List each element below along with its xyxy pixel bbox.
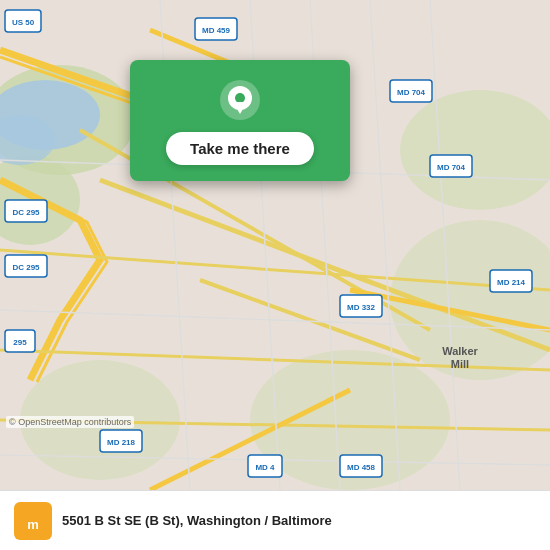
svg-text:MD 458: MD 458 bbox=[347, 463, 376, 472]
svg-text:MD 704: MD 704 bbox=[397, 88, 426, 97]
svg-text:MD 214: MD 214 bbox=[497, 278, 526, 287]
footer-address: 5501 B St SE (B St), Washington / Baltim… bbox=[62, 513, 536, 528]
svg-text:MD 218: MD 218 bbox=[107, 438, 136, 447]
location-popup: Take me there bbox=[130, 60, 350, 181]
footer-bar: m 5501 B St SE (B St), Washington / Balt… bbox=[0, 490, 550, 550]
svg-text:m: m bbox=[27, 517, 39, 532]
footer-text-block: 5501 B St SE (B St), Washington / Baltim… bbox=[62, 513, 536, 528]
svg-text:DC 295: DC 295 bbox=[12, 208, 40, 217]
svg-text:MD 332: MD 332 bbox=[347, 303, 376, 312]
svg-point-56 bbox=[235, 93, 245, 103]
svg-text:MD 459: MD 459 bbox=[202, 26, 231, 35]
osm-attribution: © OpenStreetMap contributors bbox=[6, 416, 134, 428]
svg-text:US 50: US 50 bbox=[12, 18, 35, 27]
location-pin-icon bbox=[218, 78, 262, 122]
svg-text:Mill: Mill bbox=[451, 358, 469, 370]
moovit-logo: m bbox=[14, 502, 52, 540]
take-me-there-button[interactable]: Take me there bbox=[166, 132, 314, 165]
svg-text:MD 704: MD 704 bbox=[437, 163, 466, 172]
svg-text:DC 295: DC 295 bbox=[12, 263, 40, 272]
svg-text:Walker: Walker bbox=[442, 345, 478, 357]
svg-text:295: 295 bbox=[13, 338, 27, 347]
map-container: US 50 MD 459 DC 295 DC 295 MD 704 MD 704… bbox=[0, 0, 550, 490]
svg-text:MD 4: MD 4 bbox=[255, 463, 275, 472]
